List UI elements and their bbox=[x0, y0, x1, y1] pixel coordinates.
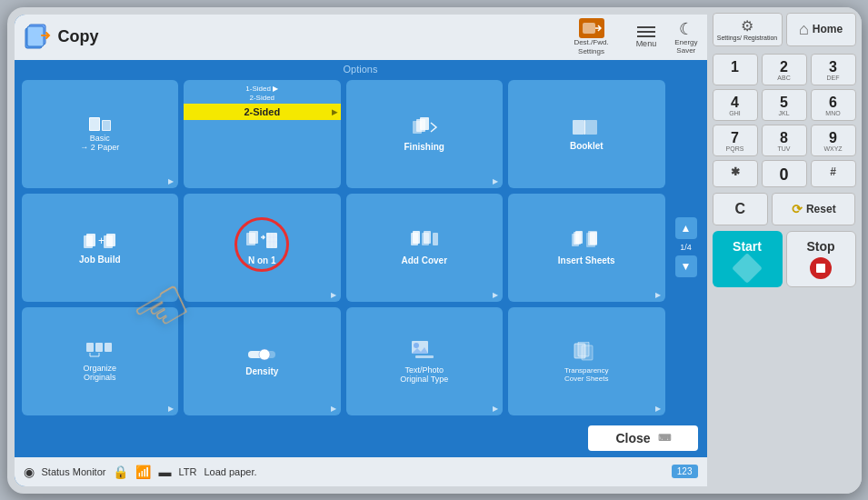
sided-top-label: 1-Sided ▶2-Sided bbox=[184, 80, 341, 104]
arrow-icon: ▶ bbox=[168, 177, 174, 185]
scroll-up-button[interactable]: ▲ bbox=[675, 217, 697, 239]
main-area: Basic→ 2 Paper ▶ 1-Sided ▶2-Sided 2-Side… bbox=[15, 76, 707, 419]
numpad: 1 2ABC 3DEF 4GHI 5JKL 6MNO 7PQRS 8TUV 9W… bbox=[713, 54, 856, 187]
key-8[interactable]: 8TUV bbox=[762, 125, 807, 156]
menu-button[interactable]: Menu bbox=[636, 26, 657, 48]
job-build-icon-svg: + bbox=[84, 232, 116, 250]
text-photo-button[interactable]: Text/PhotoOriginal Type ▶ bbox=[346, 307, 504, 415]
booklet-icon-svg bbox=[573, 118, 600, 136]
svg-point-43 bbox=[414, 343, 419, 348]
n-on-1-button[interactable]: N on 1 ▶ bbox=[184, 194, 341, 302]
key-8-sub: TUV bbox=[766, 145, 803, 152]
home-icon: ⌂ bbox=[799, 20, 809, 39]
key-6[interactable]: 6MNO bbox=[811, 89, 856, 121]
bottom-bar: Close ⌨ bbox=[15, 419, 707, 457]
home-button[interactable]: ⌂ Home bbox=[786, 13, 856, 46]
add-cover-icon-svg bbox=[411, 231, 438, 251]
insert-sheets-button[interactable]: Insert Sheets ▶ bbox=[508, 194, 665, 302]
energy-saver-button[interactable]: ☾ EnergySaver bbox=[674, 19, 697, 55]
key-1[interactable]: 1 bbox=[713, 54, 758, 85]
settings-registration-button[interactable]: ⚙ Settings/ Registration bbox=[713, 13, 783, 46]
basic-2-paper-button[interactable]: Basic→ 2 Paper ▶ bbox=[22, 80, 179, 188]
stop-label: Stop bbox=[806, 239, 834, 254]
transparency-label: TransparencyCover Sheets bbox=[564, 366, 609, 383]
reset-button[interactable]: ⟳ Reset bbox=[772, 193, 855, 225]
organize-originals-button[interactable]: OrganizeOriginals ▶ bbox=[22, 307, 179, 415]
organize-label: OrganizeOriginals bbox=[83, 364, 116, 382]
key-3[interactable]: 3DEF bbox=[811, 54, 856, 85]
finishing-arrow: ▶ bbox=[493, 177, 498, 185]
key-0[interactable]: 0 bbox=[762, 160, 807, 187]
menu-icon bbox=[637, 26, 655, 37]
booklet-button[interactable]: Booklet bbox=[508, 80, 665, 188]
svg-rect-11 bbox=[86, 234, 95, 246]
2-sided-active-label: 2-Sided ▶ bbox=[184, 104, 341, 120]
transparency-button[interactable]: TransparencyCover Sheets ▶ bbox=[508, 307, 665, 415]
key-2-label: 2 bbox=[780, 59, 788, 75]
stop-button[interactable]: Stop bbox=[786, 231, 856, 287]
start-stop-row: Start Stop bbox=[713, 231, 856, 287]
key-star-label: ✱ bbox=[731, 165, 740, 178]
scroll-area: ▲ 1/4 ▼ bbox=[673, 80, 700, 415]
gear-icon: ⚙ bbox=[741, 17, 753, 35]
close-icon: ⌨ bbox=[658, 433, 671, 443]
booklet-icon bbox=[573, 118, 600, 138]
dest-icon-svg bbox=[582, 21, 602, 35]
key-6-sub: MNO bbox=[815, 110, 852, 116]
key-7-label: 7 bbox=[731, 130, 739, 145]
n-on-1-label: N on 1 bbox=[248, 255, 276, 265]
top-bar: Copy Dest./Fwd.Settings Menu bbox=[15, 15, 707, 60]
density-button[interactable]: Density ▶ bbox=[184, 307, 341, 415]
copy-label: Copy bbox=[58, 27, 99, 46]
key-9[interactable]: 9WXYZ bbox=[811, 125, 856, 156]
action-row: C ⟳ Reset bbox=[713, 193, 856, 225]
key-1-label: 1 bbox=[731, 59, 739, 75]
status-bar: ◉ Status Monitor 🔒 📶 ▬ LTR Load paper. 1… bbox=[15, 457, 707, 486]
clear-button[interactable]: C bbox=[713, 193, 769, 225]
svg-rect-2 bbox=[27, 26, 44, 46]
key-hash[interactable]: # bbox=[811, 160, 856, 187]
svg-rect-23 bbox=[413, 231, 420, 244]
start-diamond-icon bbox=[732, 253, 763, 284]
basic-paper-label: Basic→ 2 Paper bbox=[80, 134, 119, 152]
organize-icon bbox=[86, 343, 114, 361]
monitor-icon: ◉ bbox=[24, 465, 35, 479]
insert-sheets-icon-svg bbox=[572, 231, 601, 251]
key-star[interactable]: ✱ bbox=[713, 160, 758, 187]
key-2[interactable]: 2ABC bbox=[762, 54, 807, 85]
key-5[interactable]: 5JKL bbox=[762, 89, 807, 121]
transparency-icon-svg bbox=[573, 342, 600, 362]
key-7[interactable]: 7PQRS bbox=[713, 125, 758, 156]
start-button[interactable]: Start bbox=[713, 231, 783, 287]
transparency-arrow: ▶ bbox=[655, 405, 661, 413]
start-label: Start bbox=[733, 239, 762, 254]
key-3-label: 3 bbox=[829, 59, 837, 75]
scroll-down-button[interactable]: ▼ bbox=[675, 255, 697, 277]
n-on-1-icon bbox=[246, 231, 277, 253]
copy-icon bbox=[24, 23, 53, 52]
text-photo-icon-svg bbox=[412, 341, 437, 361]
key-5-label: 5 bbox=[780, 95, 788, 110]
finishing-icon-svg bbox=[411, 117, 438, 137]
key-4[interactable]: 4GHI bbox=[713, 89, 758, 121]
paper-icon: ▬ bbox=[158, 465, 171, 479]
2-sided-button[interactable]: 1-Sided ▶2-Sided 2-Sided ▶ bbox=[184, 80, 341, 188]
reset-icon: ⟳ bbox=[792, 202, 803, 216]
wifi-icon: 📶 bbox=[135, 465, 151, 479]
svg-rect-16 bbox=[249, 231, 258, 244]
dest-fwd-button[interactable]: Dest./Fwd.Settings bbox=[574, 18, 608, 55]
job-build-button[interactable]: + Job Build bbox=[22, 194, 179, 302]
svg-rect-34 bbox=[95, 343, 103, 352]
key-6-label: 6 bbox=[829, 95, 837, 110]
svg-text:+: + bbox=[98, 235, 105, 247]
svg-rect-7 bbox=[573, 120, 584, 135]
add-cover-button[interactable]: Add Cover ▶ bbox=[346, 194, 504, 302]
finishing-button[interactable]: Finishing ▶ bbox=[346, 80, 504, 188]
close-label: Close bbox=[615, 431, 650, 445]
svg-rect-47 bbox=[582, 345, 593, 360]
energy-saver-label: EnergySaver bbox=[674, 39, 697, 55]
close-button[interactable]: Close ⌨ bbox=[588, 425, 697, 451]
sided-arrow: ▶ bbox=[332, 107, 337, 115]
svg-rect-25 bbox=[424, 231, 431, 244]
organize-icon-svg bbox=[86, 343, 114, 359]
